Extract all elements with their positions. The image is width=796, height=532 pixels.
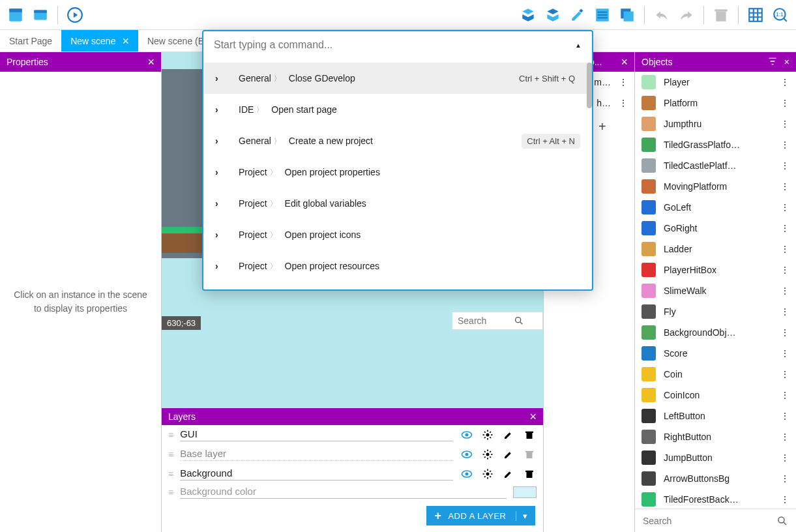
more-icon[interactable]: ⋮ — [780, 223, 789, 233]
object-item[interactable]: Jumpthru ⋮ — [635, 113, 796, 134]
close-objects-icon[interactable]: × — [784, 57, 789, 67]
more-icon[interactable]: ⋮ — [780, 432, 789, 442]
command-item[interactable]: › General 〉 Create a new project Ctrl + … — [203, 125, 592, 156]
more-icon[interactable]: ⋮ — [780, 369, 789, 379]
objects-search-input[interactable] — [643, 516, 771, 526]
object-item[interactable]: RightButton ⋮ — [635, 426, 796, 447]
tab-start-page[interactable]: Start Page — [0, 30, 61, 52]
more-icon[interactable]: ⋮ — [780, 160, 789, 171]
layer-name[interactable]: GUI — [180, 428, 453, 441]
close-layers-icon[interactable]: × — [529, 410, 537, 424]
object-item[interactable]: LeftButton ⋮ — [635, 406, 796, 426]
visibility-icon[interactable] — [460, 428, 474, 442]
edit-layer-icon[interactable] — [501, 447, 516, 462]
more-icon[interactable]: ⋮ — [780, 202, 789, 213]
more-icon[interactable]: ⋮ — [780, 306, 789, 317]
object-item[interactable]: Coin ⋮ — [635, 364, 796, 385]
object-item[interactable]: ArrowButtonsBg ⋮ — [635, 468, 796, 489]
effects-icon[interactable] — [480, 447, 495, 462]
trash-button[interactable] — [711, 5, 731, 25]
more-icon[interactable]: ⋮ — [780, 348, 789, 359]
add-layer-button[interactable]: + ADD A LAYER ▾ — [426, 506, 535, 525]
objects-search[interactable] — [635, 509, 796, 532]
drag-handle-icon[interactable]: ≡ — [168, 449, 173, 460]
delete-layer-icon[interactable] — [522, 467, 537, 481]
drag-handle-icon[interactable]: ≡ — [168, 469, 173, 479]
command-item[interactable]: › Project 〉 Open project resources — [203, 250, 592, 282]
more-icon[interactable]: ⋮ — [780, 77, 789, 87]
object-item[interactable]: JumpButton ⋮ — [635, 447, 796, 468]
delete-layer-icon[interactable] — [522, 428, 537, 442]
more-icon[interactable]: ⋮ — [780, 390, 789, 400]
object-item[interactable]: GoLeft ⋮ — [635, 197, 796, 218]
more-icon[interactable]: ⋮ — [780, 244, 789, 254]
edit-layer-icon[interactable] — [501, 428, 516, 442]
instances-panel-button[interactable] — [592, 5, 613, 25]
dropdown-icon[interactable]: ▲ — [575, 42, 582, 49]
object-item[interactable]: SlimeWalk ⋮ — [635, 280, 796, 301]
more-icon[interactable]: ⋮ — [780, 181, 789, 192]
instances-search[interactable] — [452, 312, 543, 330]
object-item[interactable]: Ladder ⋮ — [635, 239, 796, 259]
more-icon[interactable]: ⋮ — [780, 140, 789, 150]
instances-search-input[interactable] — [458, 316, 510, 326]
export-button[interactable] — [30, 5, 51, 25]
visibility-icon[interactable] — [460, 447, 474, 462]
edit-layer-icon[interactable] — [501, 467, 516, 481]
more-icon[interactable]: ⋮ — [780, 98, 789, 108]
layer-name[interactable]: Background — [180, 467, 453, 480]
object-item[interactable]: Platform ⋮ — [635, 93, 796, 113]
object-item[interactable]: BackgroundObj… ⋮ — [635, 322, 796, 343]
drag-handle-icon[interactable]: ≡ — [168, 430, 173, 440]
grid-button[interactable] — [745, 5, 766, 25]
close-properties-icon[interactable]: × — [147, 55, 155, 69]
object-item[interactable]: TiledCastlePlatf… ⋮ — [635, 155, 796, 176]
project-manager-button[interactable] — [5, 5, 26, 25]
groups-panel-button[interactable] — [542, 5, 563, 25]
filter-icon[interactable] — [767, 56, 778, 68]
scrollbar[interactable] — [587, 63, 592, 108]
object-item[interactable]: Score ⋮ — [635, 343, 796, 364]
object-item[interactable]: Player ⋮ — [635, 72, 796, 93]
more-icon[interactable]: ⋮ — [780, 411, 789, 421]
command-item[interactable]: › Project 〉 Open project properties — [203, 156, 592, 188]
objects-panel-button[interactable] — [518, 5, 538, 25]
play-button[interactable] — [65, 5, 85, 25]
layer-row[interactable]: ≡ Base layer — [162, 445, 543, 464]
chevron-down-icon[interactable]: ▾ — [516, 511, 528, 521]
command-item[interactable]: › Project 〉 Open project icons — [203, 219, 592, 250]
command-search-input[interactable] — [214, 39, 575, 51]
layers-panel-button[interactable] — [617, 5, 638, 25]
command-item[interactable]: › IDE 〉 Open start page — [203, 94, 592, 125]
command-item[interactable]: › Project 〉 Edit global variables — [203, 188, 592, 219]
zoom-button[interactable]: 1:1 — [770, 5, 791, 25]
more-icon[interactable]: ⋮ — [619, 77, 628, 87]
object-item[interactable]: GoRight ⋮ — [635, 218, 796, 239]
more-icon[interactable]: ⋮ — [780, 327, 789, 338]
command-search[interactable]: ▲ — [203, 31, 592, 59]
more-icon[interactable]: ⋮ — [780, 494, 789, 505]
close-groups-icon[interactable]: × — [621, 55, 628, 69]
object-item[interactable]: TiledGrassPlatfo… ⋮ — [635, 134, 796, 155]
more-icon[interactable]: ⋮ — [780, 265, 789, 275]
object-item[interactable]: PlayerHitBox ⋮ — [635, 259, 796, 280]
undo-button[interactable] — [651, 5, 672, 25]
more-icon[interactable]: ⋮ — [619, 98, 628, 108]
layer-row[interactable]: ≡ GUI — [162, 425, 543, 445]
command-item[interactable]: › General 〉 Close GDevelop Ctrl + Shift … — [203, 63, 592, 94]
visibility-icon[interactable] — [460, 467, 474, 481]
object-item[interactable]: Fly ⋮ — [635, 301, 796, 322]
redo-button[interactable] — [676, 5, 697, 25]
object-item[interactable]: CoinIcon ⋮ — [635, 385, 796, 406]
effects-icon[interactable] — [480, 428, 495, 442]
layer-name[interactable]: Base layer — [180, 448, 453, 461]
object-item[interactable]: TiledForestBack… ⋮ — [635, 489, 796, 509]
more-icon[interactable]: ⋮ — [780, 452, 789, 463]
more-icon[interactable]: ⋮ — [780, 286, 789, 296]
background-color-swatch[interactable] — [513, 486, 537, 498]
layer-row[interactable]: ≡ Background — [162, 464, 543, 484]
close-tab-icon[interactable]: × — [122, 35, 129, 47]
tab-new-scene[interactable]: New scene× — [61, 30, 138, 52]
more-icon[interactable]: ⋮ — [780, 473, 789, 484]
effects-icon[interactable] — [480, 467, 495, 481]
